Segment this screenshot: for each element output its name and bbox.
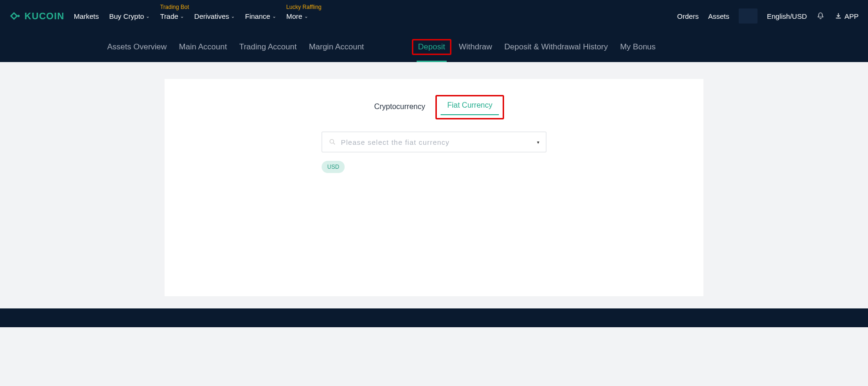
chevron-down-icon: ⌄ (304, 14, 308, 19)
subnav-assets-overview[interactable]: Assets Overview (107, 32, 167, 62)
nav-label: Assets (708, 12, 729, 20)
nav-badge: Lucky Raffling (286, 4, 322, 10)
caret-down-icon: ▾ (537, 140, 539, 145)
subnav-main-account[interactable]: Main Account (179, 32, 227, 62)
nav-buy-crypto[interactable]: Buy Crypto ⌄ (109, 12, 150, 20)
svg-point-0 (17, 15, 20, 17)
bell-icon (816, 12, 825, 20)
page-body: Cryptocurrency Fiat Currency Please sele… (0, 62, 868, 308)
subnav-label: Main Account (179, 42, 227, 52)
highlight-box: Fiat Currency (435, 95, 504, 119)
subnav-label: My Bonus (620, 42, 656, 52)
topnav-right-group: Orders Assets English/USD APP (677, 8, 859, 24)
fiat-currency-select[interactable]: Please select the fiat currency ▾ (322, 132, 546, 152)
nav-orders[interactable]: Orders (677, 12, 699, 20)
quick-chips-row: USD (322, 152, 546, 173)
search-icon (329, 138, 336, 146)
subnav-label: Trading Account (239, 42, 297, 52)
chevron-down-icon: ⌄ (180, 14, 184, 19)
nav-more[interactable]: Lucky Raffling More ⌄ (286, 12, 308, 20)
subnav-deposit[interactable]: Deposit (417, 32, 447, 62)
quick-chip-usd[interactable]: USD (322, 161, 345, 173)
nav-trade[interactable]: Trading Bot Trade ⌄ (160, 12, 184, 20)
download-icon (834, 12, 843, 20)
subnav-label: Margin Account (309, 42, 364, 52)
subnav-deposit-withdrawal-history[interactable]: Deposit & Withdrawal History (505, 32, 608, 62)
nav-label: Markets (74, 12, 99, 20)
nav-label: English/USD (767, 12, 807, 20)
nav-label: More (286, 12, 302, 20)
nav-markets[interactable]: Markets (74, 12, 99, 20)
select-placeholder: Please select the fiat currency (341, 138, 532, 146)
nav-language[interactable]: English/USD (767, 12, 807, 20)
nav-label: Trade (160, 12, 178, 20)
subnav-margin-account[interactable]: Margin Account (309, 32, 364, 62)
brand-name: KUCOIN (24, 11, 64, 22)
subnav-label: Deposit & Withdrawal History (505, 42, 608, 52)
chip-label: USD (327, 164, 339, 170)
svg-point-1 (330, 140, 334, 143)
nav-label: Finance (245, 12, 270, 20)
nav-derivatives[interactable]: Derivatives ⌄ (194, 12, 235, 20)
subnav-withdraw[interactable]: Withdraw (459, 32, 492, 62)
nav-badge: Trading Bot (160, 4, 189, 10)
nav-assets[interactable]: Assets (708, 12, 729, 20)
subnav-trading-account[interactable]: Trading Account (239, 32, 297, 62)
nav-label: APP (844, 12, 859, 20)
chevron-down-icon: ⌄ (231, 14, 235, 19)
nav-label: Buy Crypto (109, 12, 144, 20)
subnav-label: Withdraw (459, 42, 492, 52)
subnav-my-bonus[interactable]: My Bonus (620, 32, 656, 62)
nav-notifications[interactable] (816, 12, 825, 20)
top-nav: KUCOIN Markets Buy Crypto ⌄ Trading Bot … (0, 0, 868, 32)
kucoin-logo-icon (9, 10, 22, 22)
nav-label: Orders (677, 12, 699, 20)
svg-line-2 (333, 143, 335, 144)
subnav-label: Deposit (418, 42, 445, 52)
chevron-down-icon: ⌄ (146, 14, 150, 19)
tab-cryptocurrency[interactable]: Cryptocurrency (368, 98, 432, 117)
topnav-left-group: Markets Buy Crypto ⌄ Trading Bot Trade ⌄… (74, 12, 308, 20)
avatar[interactable] (739, 8, 758, 24)
sub-nav: Assets Overview Main Account Trading Acc… (0, 32, 868, 62)
deposit-tabs: Cryptocurrency Fiat Currency (165, 98, 703, 117)
nav-app-download[interactable]: APP (834, 12, 859, 20)
deposit-card: Cryptocurrency Fiat Currency Please sele… (165, 79, 703, 296)
highlight-box: Deposit (412, 39, 451, 55)
footer-bar (0, 308, 868, 327)
tab-label: Cryptocurrency (374, 102, 425, 110)
subnav-label: Assets Overview (107, 42, 167, 52)
nav-label: Derivatives (194, 12, 229, 20)
brand-logo[interactable]: KUCOIN (9, 10, 64, 22)
tab-fiat-currency[interactable]: Fiat Currency (441, 96, 499, 115)
tab-label: Fiat Currency (447, 101, 492, 109)
chevron-down-icon: ⌄ (272, 14, 276, 19)
currency-select-wrap: Please select the fiat currency ▾ (322, 132, 546, 152)
nav-finance[interactable]: Finance ⌄ (245, 12, 276, 20)
